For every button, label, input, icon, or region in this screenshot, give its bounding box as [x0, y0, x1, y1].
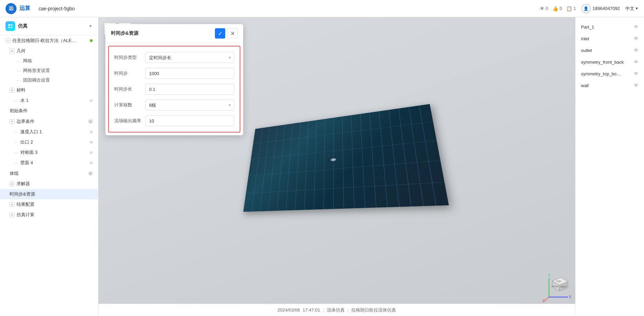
orientation-cube[interactable]: Y X Z TOP FRONT RIGHT — [542, 271, 570, 299]
modal-confirm-button[interactable]: ✓ — [215, 28, 225, 39]
tree-item-wall4[interactable]: — 壁面 4 ≡ — [0, 158, 98, 168]
eye-stat: 👁 0 — [540, 6, 548, 11]
cores-select[interactable]: 4核 8核 16核 32核 — [145, 99, 234, 110]
tree-label-fsi: 固固耦合设置 — [23, 77, 93, 83]
timestep-modal: 时间步&资源 ✓ ✕ 时间步类型 定时间步长 变时间步长 — [105, 24, 243, 135]
sidebar-collapse-icon[interactable]: ▼ — [89, 24, 93, 29]
tree-item-geometry[interactable]: + 几何 — [0, 46, 98, 56]
sidebar-icon — [6, 21, 15, 31]
tree-item-mesh[interactable]: — 网格 — [0, 56, 98, 66]
right-panel-item-wall[interactable]: wall 👁 — [578, 80, 641, 91]
eye-icon-symm-front[interactable]: 👁 — [634, 59, 638, 65]
logo-icon: 远 — [6, 3, 17, 14]
menu-icon-water1[interactable]: ≡ — [90, 98, 93, 103]
status-dot-ale — [90, 39, 93, 42]
tree-label-mesh-deform: 网格形变设置 — [23, 67, 93, 74]
tree-item-material[interactable]: + 材料 — [0, 85, 98, 95]
tree-label-symm3: 对称面 3 — [20, 149, 89, 156]
tree-label-mesh: 网格 — [23, 58, 93, 64]
3d-model — [237, 112, 437, 222]
modal-header-buttons: ✓ ✕ — [215, 28, 238, 39]
right-panel-label-inlet: inlet — [581, 36, 589, 41]
expand-icon-boundary[interactable]: + — [10, 119, 14, 124]
menu-icon-inlet1[interactable]: ≡ — [90, 129, 93, 135]
thumb-stat-icon: 👍 — [552, 6, 558, 11]
tree-item-inlet1[interactable]: — 速度入口 1 ≡ — [0, 127, 98, 137]
time-type-select[interactable]: 定时间步长 变时间步长 — [145, 52, 234, 63]
modal-header: 时间步&资源 ✓ ✕ — [105, 24, 243, 43]
menu-icon-symm3[interactable]: ≡ — [90, 150, 93, 155]
right-panel-label-outlet: outlet — [581, 48, 592, 53]
menu-icon-outlet2[interactable]: ≡ — [90, 139, 93, 145]
tree-item-group[interactable]: 体组 ⊕ — [0, 168, 98, 179]
tree-label-geometry: 几何 — [17, 48, 93, 54]
content-area: ✂ ↺ — [98, 17, 575, 316]
tree-label-ale: 任意拉格朗日-欧拉方法（ALE… — [12, 38, 87, 44]
step-size-input[interactable] — [145, 84, 234, 95]
time-step-input[interactable] — [145, 68, 234, 79]
expand-icon-geometry[interactable]: + — [10, 49, 14, 53]
svg-text:TOP: TOP — [556, 280, 561, 283]
svg-rect-3 — [11, 27, 12, 28]
eye-icon-outlet[interactable]: 👁 — [634, 48, 638, 53]
svg-text:RIGHT: RIGHT — [561, 286, 567, 288]
sidebar-header-left: 仿真 — [6, 21, 28, 31]
expand-icon-sim-calc[interactable]: + — [10, 212, 14, 217]
form-row-time-step: 时间步 — [114, 68, 234, 79]
tree-item-timestep[interactable]: 时间步&资源 — [0, 189, 98, 199]
right-panel-label-symm-front: symmetry_front_back — [581, 60, 624, 65]
cores-select-wrapper: 4核 8核 16核 32核 ▼ — [145, 99, 234, 110]
right-panel-item-symm-top[interactable]: symmetry_top_bo… 👁 — [578, 68, 641, 79]
output-freq-input[interactable] — [145, 115, 234, 126]
right-panel-item-outlet[interactable]: outlet 👁 — [578, 45, 641, 56]
eye-icon-inlet[interactable]: 👁 — [634, 36, 638, 41]
tree-item-ale[interactable]: − 任意拉格朗日-欧拉方法（ALE… — [0, 35, 98, 46]
svg-line-6 — [544, 297, 549, 302]
topbar-user[interactable]: 👤 18964047092 — [582, 4, 620, 13]
tree-item-solver[interactable]: + 求解器 — [0, 179, 98, 189]
tree-label-wall4: 壁面 4 — [20, 160, 89, 166]
status-date: 2024/03/08 — [278, 307, 300, 313]
right-panel-label-part1: Part_1 — [581, 24, 594, 30]
tree-item-water1[interactable]: — 水 1 ≡ — [0, 95, 98, 106]
svg-text:X: X — [569, 295, 571, 299]
add-icon-group[interactable]: ⊕ — [88, 170, 93, 177]
expand-icon-results[interactable]: + — [10, 202, 14, 207]
thumb-stat-count: 0 — [560, 6, 562, 11]
svg-rect-0 — [8, 24, 10, 26]
right-panel-item-part1[interactable]: Part_1 👁 — [578, 21, 641, 32]
add-icon-boundary[interactable]: ⊕ — [88, 118, 93, 125]
logo-text: 远算 — [19, 5, 30, 12]
expand-icon-ale[interactable]: − — [6, 38, 10, 43]
grid-lines — [243, 104, 449, 212]
svg-rect-2 — [8, 27, 10, 28]
modal-title: 时间步&资源 — [111, 30, 138, 36]
language-label: 中文 — [625, 6, 634, 12]
form-row-step-size: 时间步长 — [114, 84, 234, 95]
tree-item-initial[interactable]: 初始条件 — [0, 106, 98, 116]
tree-item-fsi[interactable]: — 固固耦合设置 — [0, 75, 98, 85]
expand-icon-solver[interactable]: + — [10, 181, 14, 186]
status-time: 17:47:01 — [303, 307, 320, 313]
form-label-time-step: 时间步 — [114, 70, 145, 76]
tree-label-timestep: 时间步&资源 — [10, 191, 93, 197]
eye-icon-part1[interactable]: 👁 — [634, 24, 638, 30]
eye-icon-wall[interactable]: 👁 — [634, 83, 638, 88]
expand-icon-material[interactable]: + — [10, 88, 14, 93]
tree-item-sim-calc[interactable]: + 仿真计算 — [0, 210, 98, 220]
tree-item-boundary[interactable]: + 边界条件 ⊕ — [0, 116, 98, 127]
modal-body: 时间步类型 定时间步长 变时间步长 ▼ 时间步 — [108, 46, 240, 133]
project-name: cae-project-5gbo — [39, 6, 75, 11]
tree-item-symm3[interactable]: — 对称面 3 ≡ — [0, 147, 98, 158]
tree-item-outlet2[interactable]: — 出口 2 ≡ — [0, 137, 98, 147]
status-mode2: 拉格朗日欧拉流体仿真 — [351, 307, 396, 313]
language-selector[interactable]: 中文 ▼ — [625, 6, 638, 12]
right-panel-item-inlet[interactable]: inlet 👁 — [578, 33, 641, 44]
tree-item-mesh-deform[interactable]: — 网格形变设置 — [0, 66, 98, 75]
menu-icon-wall4[interactable]: ≡ — [90, 160, 93, 166]
eye-icon-symm-top[interactable]: 👁 — [634, 71, 638, 76]
right-panel-item-symm-front[interactable]: symmetry_front_back 👁 — [578, 56, 641, 67]
tree-item-results[interactable]: + 结果配置 — [0, 199, 98, 210]
right-panel: Part_1 👁 inlet 👁 outlet 👁 symmetry_front… — [575, 17, 644, 316]
modal-close-button[interactable]: ✕ — [227, 28, 238, 39]
